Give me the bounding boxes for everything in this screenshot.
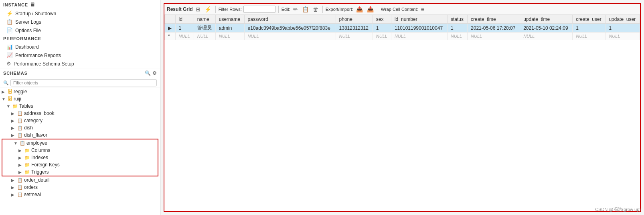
col-phone[interactable]: phone <box>336 15 373 24</box>
edit-icon2[interactable]: 📋 <box>301 6 310 13</box>
cell-id[interactable]: NULL <box>175 33 194 40</box>
tree-item-columns[interactable]: ▶ 📁 Columns <box>2 147 158 154</box>
table-row[interactable]: *NULLNULLNULLNULLNULLNULLNULLNULLNULLNUL… <box>165 33 640 40</box>
col-status[interactable]: status <box>447 15 467 24</box>
tree-item-indexes[interactable]: ▶ 📁 Indexes <box>2 154 158 161</box>
refresh-icon[interactable]: 🔍 <box>145 70 151 76</box>
filter-search-icon: 🔍 <box>3 80 9 86</box>
cell-password[interactable]: e10adc3949ba59abbe56e057f20f883e <box>244 24 336 33</box>
col-create-time[interactable]: create_time <box>468 15 520 24</box>
col-id-number[interactable]: id_number <box>391 15 447 24</box>
cell-status[interactable]: 1 <box>447 24 467 33</box>
cell-password[interactable]: NULL <box>244 33 336 40</box>
cell-create_user[interactable]: 1 <box>573 24 606 33</box>
result-panel: Result Grid ⊞ ⚡ Filter Rows: Edit: ✏ 📋 🗑… <box>164 3 641 212</box>
performance-reports-label: Performance Reports <box>15 53 61 58</box>
export-icon[interactable]: 📤 <box>355 6 364 13</box>
filter-box: 🔍 <box>0 78 160 88</box>
filter-rows-label: Filter Rows: <box>219 7 242 12</box>
wrap-cell-icon[interactable]: ≡ <box>420 6 425 13</box>
cell-update_time[interactable]: 2021-05-10 02:24:09 <box>520 24 573 33</box>
cell-create_user[interactable]: NULL <box>573 33 606 40</box>
col-id[interactable]: id <box>175 15 194 24</box>
options-file-icon: 📄 <box>6 27 13 33</box>
sidebar-item-startup[interactable]: ⚡ Startup / Shutdown <box>0 9 160 18</box>
cell-id_number[interactable]: 110101199001010047 <box>391 24 447 33</box>
tree-item-orders[interactable]: ▶ 📋 orders <box>0 184 160 191</box>
edit-icon1[interactable]: ✏ <box>292 6 299 13</box>
employee-table-icon: 📋 <box>20 141 25 146</box>
col-create-user[interactable]: create_user <box>573 15 606 24</box>
orders-label: orders <box>24 184 38 190</box>
col-username[interactable]: username <box>215 15 244 24</box>
cell-username[interactable]: admin <box>215 24 244 33</box>
table-row[interactable]: ▶1管理员admine10adc3949ba59abbe56e057f20f88… <box>165 24 640 33</box>
tree-item-setmeal[interactable]: ▶ 📋 setmeal <box>0 191 160 198</box>
server-logs-label: Server Logs <box>15 19 41 25</box>
cell-create_time[interactable]: 2021-05-06 17:20:07 <box>468 24 520 33</box>
category-table-icon: 📋 <box>17 118 23 123</box>
category-label: category <box>24 118 43 123</box>
tables-arrow: ▼ <box>6 104 11 109</box>
sidebar-item-options-file[interactable]: 📄 Options File <box>0 26 160 35</box>
cell-update_user[interactable]: NULL <box>606 33 640 40</box>
col-sex[interactable]: sex <box>373 15 391 24</box>
tree-item-employee[interactable]: ▼ 📋 employee <box>2 139 158 147</box>
filter-input[interactable] <box>10 79 157 86</box>
tree-item-foreign-keys[interactable]: ▶ 📁 Foreign Keys <box>2 161 158 168</box>
tables-label: Tables <box>19 103 33 109</box>
schemas-label: SCHEMAS <box>3 71 28 76</box>
orders-table-icon: 📋 <box>17 185 23 190</box>
tree-item-triggers[interactable]: ▶ 📁 Triggers <box>2 168 158 176</box>
col-password[interactable]: password <box>244 15 336 24</box>
foreign-keys-label: Foreign Keys <box>31 162 60 168</box>
cell-sex[interactable]: NULL <box>373 33 391 40</box>
result-grid-icon1[interactable]: ⊞ <box>194 6 202 13</box>
cell-update_time[interactable]: NULL <box>520 33 573 40</box>
cell-status[interactable]: NULL <box>447 33 467 40</box>
address-book-label: address_book <box>24 111 54 116</box>
tree-item-dish[interactable]: ▶ 📋 dish <box>0 124 160 131</box>
tree-item-dish-flavor[interactable]: ▶ 📋 dish_flavor <box>0 131 160 139</box>
ruiji-db-icon: 🗄 <box>8 96 12 102</box>
cell-username[interactable]: NULL <box>215 33 244 40</box>
cell-id_number[interactable]: NULL <box>391 33 447 40</box>
import-icon[interactable]: 📥 <box>366 6 375 13</box>
address-book-table-icon: 📋 <box>17 111 23 116</box>
filter-rows-input[interactable] <box>243 6 275 13</box>
result-grid-icon2[interactable]: ⚡ <box>203 6 213 13</box>
schemas-header-icons[interactable]: 🔍 ⚙ <box>145 70 157 76</box>
triggers-label: Triggers <box>31 169 49 175</box>
cell-phone[interactable]: NULL <box>336 33 373 40</box>
cell-sex[interactable]: 1 <box>373 24 391 33</box>
cell-update_user[interactable]: 1 <box>606 24 640 33</box>
order-detail-table-icon: 📋 <box>17 178 23 183</box>
settings-icon[interactable]: ⚙ <box>152 70 157 76</box>
tree-item-category[interactable]: ▶ 📋 category <box>0 117 160 124</box>
tree-item-ruiji[interactable]: ▼ 🗄 ruiji <box>0 95 160 102</box>
cell-create_time[interactable]: NULL <box>468 33 520 40</box>
setmeal-table-icon: 📋 <box>17 192 23 197</box>
tree-item-reggie[interactable]: ▶ 🗄 reggie <box>0 88 160 95</box>
edit-icon3[interactable]: 🗑 <box>312 6 320 13</box>
dish-arrow: ▶ <box>11 126 16 130</box>
ruiji-label: ruiji <box>14 96 21 102</box>
cell-id[interactable]: 1 <box>175 24 194 33</box>
order-detail-arrow: ▶ <box>11 178 16 182</box>
tree-item-address-book[interactable]: ▶ 📋 address_book <box>0 110 160 117</box>
sidebar-item-performance-reports[interactable]: 📈 Performance Reports <box>0 51 160 59</box>
indexes-label: Indexes <box>31 155 48 160</box>
tree-item-order-detail[interactable]: ▶ 📋 order_detail <box>0 176 160 184</box>
performance-schema-label: Performance Schema Setup <box>14 61 74 67</box>
cell-name[interactable]: NULL <box>194 33 215 40</box>
performance-schema-icon: ⚙ <box>6 61 11 67</box>
sidebar-item-server-logs[interactable]: 📋 Server Logs <box>0 18 160 26</box>
sidebar-item-dashboard[interactable]: 📊 Dashboard <box>0 43 160 51</box>
col-update-user[interactable]: update_user <box>606 15 640 24</box>
cell-name[interactable]: 管理员 <box>194 24 215 33</box>
sidebar-item-performance-schema[interactable]: ⚙ Performance Schema Setup <box>0 59 160 68</box>
col-name[interactable]: name <box>194 15 215 24</box>
cell-phone[interactable]: 13812312312 <box>336 24 373 33</box>
tree-item-tables[interactable]: ▼ 📁 Tables <box>0 102 160 110</box>
col-update-time[interactable]: update_time <box>520 15 573 24</box>
